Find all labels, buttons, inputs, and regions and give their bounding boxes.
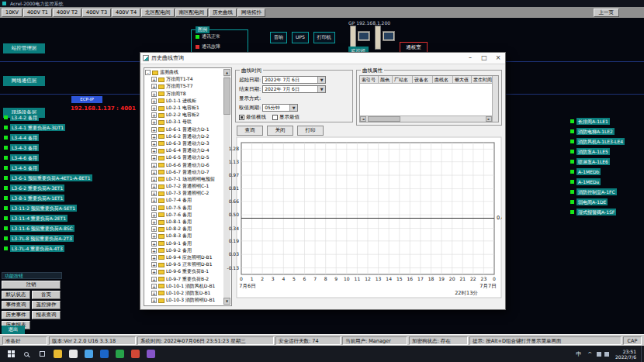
expand-icon[interactable]: + [151, 298, 157, 303]
expand-icon[interactable]: + [151, 284, 157, 289]
feeder-item[interactable]: 喷淋泵A-1LE6 [570, 157, 643, 167]
column-header[interactable]: 厂站名 [393, 76, 413, 84]
tree-item[interactable]: +L0-8-3 备用 [145, 233, 223, 240]
function-button[interactable]: 注销 [2, 281, 61, 289]
expand-icon[interactable]: + [151, 155, 157, 160]
feeder-item[interactable]: L3-4-2 备用 [4, 112, 139, 122]
expand-icon[interactable]: + [151, 112, 157, 118]
feeder-item[interactable]: L3-4-1 重要负荷A-3DT1 [4, 122, 139, 133]
chevron-down-icon[interactable] [317, 86, 325, 92]
feeder-item[interactable]: A-1MEDb [570, 167, 643, 177]
show-max-checkbox[interactable] [272, 115, 278, 120]
column-header[interactable]: 颜色 [379, 76, 393, 84]
tree-item[interactable]: +L0-8-2 备用 [145, 226, 223, 233]
function-button[interactable]: 报表查询 [32, 311, 61, 319]
maximize-button[interactable]: □ [477, 53, 491, 64]
expand-icon[interactable]: + [151, 262, 157, 267]
tree-item[interactable]: +万排间T8 [145, 91, 223, 98]
start-date-select[interactable]: 2022年 7月 6日 [262, 76, 326, 84]
tree-item[interactable]: +万排间T1-T4 [145, 76, 223, 83]
tree-item[interactable]: +L0-10-3 消防照明D-B1 [145, 297, 223, 304]
feeder-item[interactable]: A-1MEDa [570, 177, 643, 187]
expand-icon[interactable]: + [151, 91, 157, 97]
expand-icon[interactable]: + [151, 255, 157, 260]
feeder-item[interactable]: L3-8-1 重要负荷A-1ET1 [4, 193, 139, 203]
expand-icon[interactable]: + [151, 241, 157, 247]
tree-item[interactable]: +L0-7-6 备用 [145, 212, 223, 219]
feeder-item[interactable]: 消防风机A-1LE3-LE4 [570, 136, 643, 147]
column-header[interactable]: 最大值 [453, 76, 472, 84]
nav-tab[interactable]: 北区配电间 [141, 9, 175, 17]
close-button[interactable]: 关闭 [267, 126, 293, 136]
column-header[interactable]: 曲线名 [433, 76, 453, 84]
tree-item[interactable]: +L0-2-2 电容柜2 [145, 112, 223, 119]
feeder-item[interactable]: L3-4-5 备用 [4, 163, 139, 173]
expand-icon[interactable]: + [151, 141, 157, 147]
attr-table-hscrollbar[interactable] [360, 115, 492, 122]
expand-icon[interactable]: + [151, 191, 157, 196]
nav-tab[interactable]: 400V T1 [23, 9, 52, 17]
scroll-right-icon[interactable] [486, 116, 492, 122]
tray-expand-icon[interactable]: ^ [584, 351, 595, 357]
nav-tab[interactable]: 400V T2 [53, 9, 81, 17]
chevron-down-icon[interactable] [289, 105, 297, 111]
expand-icon[interactable]: + [151, 212, 157, 218]
minimize-button[interactable]: – [463, 53, 477, 64]
tree-item[interactable]: +L0-9-5 正常照明D-B1 [145, 261, 223, 268]
tree-item[interactable]: +L0-6-6 普通动力D-6 [145, 161, 223, 168]
expand-icon[interactable]: + [151, 98, 157, 104]
expand-icon[interactable]: + [151, 77, 157, 82]
taskbar-clock[interactable]: 23:51 2022/7/6 [611, 349, 641, 360]
nav-tab[interactable]: 南区配电间 [175, 9, 209, 17]
tree-item[interactable]: +L0-7-4 备用 [145, 197, 223, 204]
feeder-item[interactable]: L3-4-4 备用 [4, 133, 139, 143]
tree-item[interactable]: +L0-9-1 备用 [145, 240, 223, 247]
expand-icon[interactable]: + [151, 184, 157, 189]
scrollbar-thumb[interactable] [223, 78, 230, 115]
expand-icon[interactable]: + [151, 119, 157, 125]
expand-icon[interactable]: + [151, 84, 157, 89]
function-button[interactable]: 首页 [32, 291, 61, 299]
previous-page-button[interactable]: 上一页 [594, 9, 620, 17]
column-header[interactable]: 设备名 [413, 76, 433, 84]
expand-icon[interactable]: + [151, 291, 157, 296]
function-button[interactable]: 遥控操作 [32, 301, 61, 309]
tree-item[interactable]: +L0-6-2 普通动力D-2 [145, 133, 223, 140]
expand-icon[interactable]: + [151, 248, 157, 253]
volume-icon[interactable] [604, 352, 609, 357]
taskbar-app-folder[interactable] [50, 346, 65, 362]
task-view-icon[interactable] [34, 346, 50, 362]
tree-item[interactable]: +L0-9-7 重要负荷B-2 [145, 275, 223, 282]
tree-item[interactable]: +L0-1-1 进线柜 [145, 98, 223, 105]
tree-item[interactable]: +L0-9-6 重要负荷B-1 [145, 268, 223, 275]
feeder-item[interactable]: 湿式报警阀A-1SF [570, 207, 643, 217]
expand-icon[interactable]: + [151, 233, 157, 239]
attr-table-vscrollbar[interactable] [492, 76, 498, 122]
show-desktop-button[interactable] [641, 346, 644, 362]
function-button[interactable]: 默认状态 [2, 291, 30, 299]
tree-item[interactable]: +L0-6-7 普通动力D-7 [145, 169, 223, 176]
ime-indicator[interactable]: 中 [573, 350, 584, 358]
feeder-item[interactable]: 消防泵A-1LE5 [570, 147, 643, 157]
taskbar-app[interactable] [143, 346, 158, 362]
tree-item[interactable]: +L0-10-2 消防泵D-B1 [145, 290, 223, 297]
taskbar-app[interactable] [96, 346, 112, 362]
nav-tab[interactable]: 400V T3 [82, 9, 111, 17]
tree-item[interactable]: +L0-8-1 备用 [145, 219, 223, 226]
chevron-down-icon[interactable] [317, 77, 325, 83]
feeder-item[interactable]: 消防电梯A-1LE2 [570, 126, 643, 136]
expand-icon[interactable]: + [151, 219, 157, 225]
print-button[interactable]: 打印 [297, 126, 324, 136]
function-button[interactable]: 历史事件 [2, 311, 30, 319]
taskbar-app[interactable] [127, 346, 143, 362]
tree-item[interactable]: +L0-6-4 普通动力D-4 [145, 147, 223, 154]
tree-item[interactable]: +L0-10-4 消防动力D-B1 [145, 304, 223, 305]
taskbar-app[interactable] [112, 346, 127, 362]
end-date-select[interactable]: 2022年 7月 6日 [262, 85, 326, 93]
start-button[interactable] [3, 346, 19, 362]
nav-tab[interactable]: 历史曲线 [209, 9, 237, 17]
tree-item[interactable]: -遥测曲线 [145, 69, 223, 76]
expand-icon[interactable]: + [151, 105, 157, 111]
feeder-item[interactable]: L3-11-2 预留重要负荷A-5ET1 [4, 203, 139, 213]
taskbar-app[interactable] [81, 346, 96, 362]
